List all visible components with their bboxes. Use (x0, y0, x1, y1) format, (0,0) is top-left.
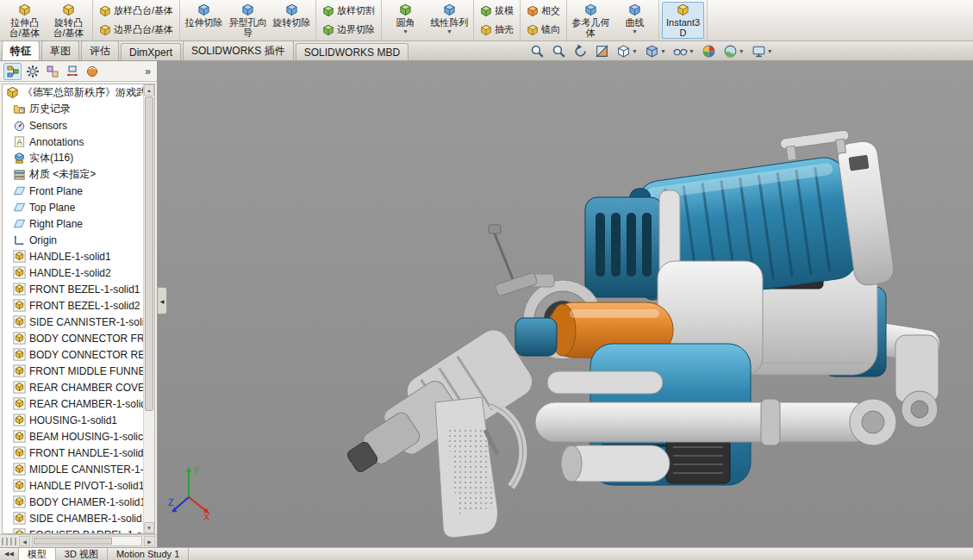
tree-item[interactable]: FRONT MIDDLE FUNNE (3, 363, 154, 379)
tree-item[interactable]: 材质 <未指定> (3, 166, 154, 183)
dropdown-arrow-icon[interactable]: ▼ (632, 48, 638, 54)
tree-item[interactable]: HANDLE-1-solid1 (3, 248, 154, 264)
viewtool-zoom-fit[interactable] (527, 42, 547, 60)
status-tab-model[interactable]: 模型 (19, 548, 56, 560)
ribbon-button-linear-pattern[interactable]: 线性阵列▼ (428, 2, 471, 39)
ribbon-button-boundary-boss[interactable]: 边界凸台/基体 (96, 22, 177, 38)
ribbon-button-revolve-boss[interactable]: 旋转凸台/基体 (47, 2, 90, 39)
tree-item[interactable]: BEAM HOUSING-1-solic (3, 428, 154, 445)
model-front-barrel[interactable] (332, 324, 539, 494)
scroll-left-button[interactable]: ◀ (19, 536, 30, 546)
scroll-right-button[interactable]: ▶ (144, 536, 155, 546)
panel-horizontal-scrollbar[interactable]: ◀ ▶ (0, 534, 157, 547)
model-grip[interactable] (435, 397, 523, 538)
tree-item[interactable]: MIDDLE CANNISTER-1- (3, 461, 154, 477)
ribbon-button-loft-boss[interactable]: 放样凸台/基体 (96, 3, 177, 19)
tree-item[interactable]: AAnnotations (3, 134, 154, 150)
ribbon-button-fillet[interactable]: 圆角▼ (384, 2, 427, 39)
property-manager-tab[interactable] (23, 63, 41, 80)
tree-item[interactable]: BODY CHAMER-1-solid1 (3, 494, 154, 510)
command-tab-addins[interactable]: SOLIDWORKS 插件 (183, 40, 294, 60)
ribbon-button-draft[interactable]: 拔模 (477, 3, 517, 19)
viewtool-display-style[interactable]: ▼ (642, 42, 669, 60)
command-tab-dimxpert[interactable]: DimXpert (121, 43, 181, 60)
tree-item[interactable]: HANDLE PIVOT-1-solid1 (3, 477, 154, 494)
viewtool-section-view[interactable] (592, 42, 612, 60)
dropdown-arrow-icon[interactable]: ▼ (767, 48, 773, 54)
panel-collapse-button[interactable]: ◀ (158, 287, 167, 314)
tree-item[interactable]: Front Plane (3, 183, 154, 199)
model-front-sight[interactable] (489, 225, 538, 296)
tree-item[interactable]: Sensors (3, 117, 154, 134)
command-tab-evaluate[interactable]: 评估 (81, 40, 119, 60)
ribbon-button-curves[interactable]: 曲线▼ (614, 2, 656, 39)
tree-item[interactable]: FRONT BEZEL-1-solid2 (3, 297, 154, 314)
tree-vertical-scrollbar[interactable]: ▲ ▼ (143, 84, 154, 533)
draft-icon (480, 5, 492, 17)
viewtool-zoom-area[interactable] (549, 42, 569, 60)
tree-item[interactable]: FOCUSER BARREL-1-sol (3, 526, 154, 534)
status-tab-3d-views[interactable]: 3D 视图 (56, 548, 108, 560)
scrollbar-thumb[interactable] (145, 96, 153, 411)
solid-icon (13, 463, 26, 476)
scrollbar-track[interactable] (32, 536, 142, 546)
dropdown-arrow-icon[interactable]: ▼ (689, 48, 695, 54)
viewtool-edit-appearance[interactable] (699, 42, 719, 60)
graphics-viewport[interactable]: Y X Z (158, 61, 973, 547)
dropdown-arrow-icon[interactable]: ▼ (632, 28, 638, 34)
viewtool-hide-show-items[interactable]: ▼ (670, 42, 697, 60)
ribbon-button-extrude-boss[interactable]: 拉伸凸台/基体 (3, 2, 46, 39)
tree-item[interactable]: 实体(116) (3, 150, 154, 166)
tree-item[interactable]: BODY CONNECTOR FRO (3, 330, 154, 346)
tree-item[interactable]: HANDLE-1-solid2 (3, 264, 154, 281)
configuration-manager-tab[interactable] (43, 63, 61, 80)
tree-item[interactable]: HOUSING-1-solid1 (3, 412, 154, 428)
tree-item[interactable]: Origin (3, 232, 154, 248)
tree-item[interactable]: 《德军总部新秩序》游戏武器- (3, 84, 154, 101)
ribbon-button-boundary-cut[interactable]: 边界切除 (319, 22, 378, 38)
feature-manager-tab[interactable] (3, 63, 22, 80)
scroll-down-button[interactable]: ▼ (144, 522, 154, 533)
viewtool-view-settings[interactable]: ▼ (749, 42, 776, 60)
dropdown-arrow-icon[interactable]: ▼ (739, 48, 745, 54)
command-tab-features[interactable]: 特征 (2, 40, 40, 60)
tree-item[interactable]: SIDE CANNISTER-1-soli (3, 314, 154, 330)
dropdown-arrow-icon[interactable]: ▼ (446, 28, 452, 34)
dimxpert-manager-tab[interactable] (63, 63, 81, 80)
ribbon-button-loft-cut[interactable]: 放样切割 (319, 3, 378, 19)
viewtool-view-orientation[interactable]: ▼ (614, 42, 640, 60)
scroll-up-button[interactable]: ▲ (144, 84, 154, 96)
tree-item[interactable]: REAR CHAMBER COVER (3, 379, 154, 395)
ribbon-button-hole-wizard[interactable]: 异型孔向导 (227, 2, 269, 39)
tree-item[interactable]: FRONT HANDLE-1-solid (3, 445, 154, 461)
viewtool-previous-view[interactable] (571, 42, 590, 60)
tree-item[interactable]: Right Plane (3, 215, 154, 232)
viewtool-apply-scene[interactable]: ▼ (720, 42, 747, 60)
scrollbar-thumb[interactable] (34, 538, 112, 544)
command-tab-sketch[interactable]: 草图 (41, 40, 79, 60)
status-tab-motion-study-1[interactable]: Motion Study 1 (108, 548, 189, 560)
ribbon-button-reference-geometry[interactable]: 参考几何体▼ (570, 2, 612, 39)
ribbon-button-intersect[interactable]: 相交 (523, 3, 564, 19)
panel-resize-grip[interactable] (2, 538, 17, 545)
ribbon-button-revolve-cut[interactable]: 旋转切除 (271, 2, 313, 39)
panel-overflow-button[interactable]: » (142, 65, 153, 78)
boundary-boss-icon (99, 24, 111, 36)
dropdown-arrow-icon[interactable]: ▼ (402, 28, 409, 34)
tree-item[interactable]: Top Plane (3, 199, 154, 215)
ribbon-button-instant3d[interactable]: Instant3D (662, 2, 704, 39)
ribbon-button-mirror[interactable]: 镜向 (523, 22, 564, 38)
ribbon-button-extrude-cut[interactable]: 拉伸切除 (183, 2, 225, 39)
model-3d-gun[interactable] (158, 61, 973, 547)
bottom-tab-nav-button[interactable]: ◀◀ (0, 548, 19, 560)
display-manager-tab[interactable] (83, 63, 101, 80)
tree-item[interactable]: BODY CONNECTOR REA (3, 346, 154, 363)
model-front-connector[interactable] (515, 318, 557, 356)
command-tab-mbd[interactable]: SOLIDWORKS MBD (296, 43, 409, 60)
ribbon-button-shell[interactable]: 抽壳 (477, 22, 517, 38)
tree-item[interactable]: 历史记录 (3, 101, 154, 117)
tree-item[interactable]: FRONT BEZEL-1-solid1 (3, 281, 154, 297)
tree-item[interactable]: REAR CHAMBER-1-solid (3, 395, 154, 412)
dropdown-arrow-icon[interactable]: ▼ (660, 48, 666, 54)
tree-item[interactable]: SIDE CHAMBER-1-solid: (3, 510, 154, 526)
